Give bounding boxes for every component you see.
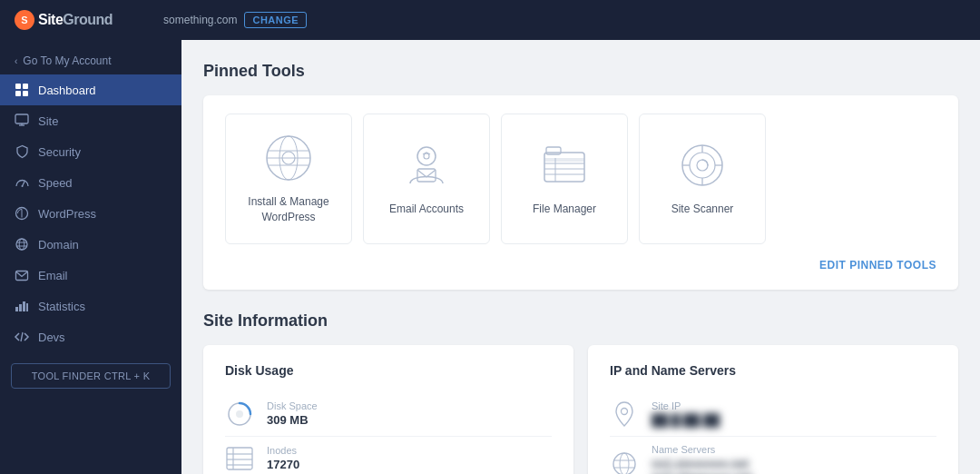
sidebar-item-label: Domain bbox=[38, 238, 79, 252]
nameservers-icon bbox=[610, 449, 639, 474]
sidebar-item-label: Dashboard bbox=[38, 84, 96, 97]
email-accounts-tool-icon bbox=[401, 140, 452, 191]
email-icon bbox=[15, 268, 29, 282]
inodes-label: Inodes bbox=[267, 445, 299, 456]
logo-icon: S bbox=[15, 10, 34, 30]
svg-rect-46 bbox=[227, 448, 252, 469]
disk-space-value: 309 MB bbox=[267, 413, 318, 427]
svg-point-8 bbox=[21, 185, 23, 187]
devs-icon bbox=[15, 330, 29, 344]
pinned-tools-section: Pinned Tools bbox=[203, 62, 958, 290]
svg-point-11 bbox=[16, 239, 27, 250]
site-ip-content: Site IP ██.█.██.██ bbox=[652, 400, 720, 427]
domain-text: something.com bbox=[163, 14, 237, 26]
svg-rect-3 bbox=[23, 91, 28, 96]
sidebar-item-site[interactable]: Site bbox=[0, 105, 181, 136]
disk-usage-title: Disk Usage bbox=[225, 363, 552, 378]
sidebar-back[interactable]: ‹ Go To My Account bbox=[0, 47, 181, 74]
domain-icon bbox=[15, 237, 29, 252]
info-grid: Disk Usage Disk Space 309 MB bbox=[203, 345, 958, 474]
tool-email-accounts[interactable]: Email Accounts bbox=[363, 114, 490, 244]
sidebar-item-devs[interactable]: Devs bbox=[0, 321, 181, 352]
svg-rect-4 bbox=[15, 114, 28, 123]
inodes-content: Inodes 17270 bbox=[267, 445, 299, 471]
site-ip-value: ██.█.██.██ bbox=[652, 413, 720, 427]
pinned-tools-title: Pinned Tools bbox=[203, 62, 958, 81]
back-arrow-icon: ‹ bbox=[15, 56, 17, 66]
svg-rect-29 bbox=[417, 169, 436, 182]
tool-label: Email Accounts bbox=[389, 202, 464, 217]
svg-point-52 bbox=[613, 453, 635, 474]
sidebar-item-label: Security bbox=[38, 145, 81, 159]
change-button[interactable]: CHANGE bbox=[244, 12, 307, 28]
dashboard-icon bbox=[15, 83, 29, 97]
inodes-row: Inodes 17270 bbox=[225, 436, 552, 474]
svg-point-45 bbox=[236, 410, 243, 418]
svg-rect-19 bbox=[26, 303, 28, 311]
site-scanner-tool-icon bbox=[677, 140, 728, 191]
domain-badge: something.com CHANGE bbox=[163, 12, 307, 28]
site-info-title: Site Information bbox=[203, 311, 958, 331]
sidebar-item-email[interactable]: Email bbox=[0, 260, 181, 291]
tool-wordpress[interactable]: Install & ManageWordPress bbox=[225, 114, 352, 244]
tool-finder-button[interactable]: TOOL FINDER CTRL + K bbox=[11, 363, 171, 389]
ip-nameservers-card: IP and Name Servers Site IP ██.█.██.██ bbox=[588, 345, 958, 474]
tool-file-manager[interactable]: File Manager bbox=[501, 114, 628, 244]
nameservers-label: Name Servers bbox=[652, 444, 752, 455]
statistics-icon bbox=[15, 299, 29, 313]
main-content: Pinned Tools bbox=[181, 40, 980, 474]
svg-point-51 bbox=[622, 408, 628, 414]
security-icon bbox=[15, 144, 29, 159]
sidebar-item-security[interactable]: Security bbox=[0, 136, 181, 167]
back-label: Go To My Account bbox=[23, 54, 111, 67]
disk-space-row: Disk Space 309 MB bbox=[225, 392, 552, 436]
wordpress-tool-icon bbox=[263, 133, 314, 183]
tools-grid: Install & ManageWordPress bbox=[225, 114, 936, 244]
disk-space-icon bbox=[225, 400, 254, 429]
layout: ‹ Go To My Account Dashboard bbox=[0, 40, 980, 474]
nameservers-row: Name Servers ns1.si●●●●●●.net ns2.siteg●… bbox=[610, 436, 936, 474]
svg-line-20 bbox=[21, 332, 23, 341]
ip-nameservers-title: IP and Name Servers bbox=[610, 363, 936, 378]
tool-label: File Manager bbox=[533, 202, 596, 217]
svg-point-28 bbox=[424, 153, 429, 159]
tool-site-scanner[interactable]: Site Scanner bbox=[639, 114, 766, 244]
sidebar-item-statistics[interactable]: Statistics bbox=[0, 291, 181, 321]
edit-pinned-area: EDIT PINNED TOOLS bbox=[225, 259, 936, 272]
svg-rect-31 bbox=[544, 158, 584, 162]
inodes-value: 17270 bbox=[267, 458, 299, 471]
logo-text: SiteGround bbox=[38, 12, 113, 28]
svg-rect-1 bbox=[23, 84, 28, 89]
sidebar-item-label: Speed bbox=[38, 176, 73, 190]
sidebar-item-speed[interactable]: Speed bbox=[0, 167, 181, 198]
svg-rect-17 bbox=[19, 304, 22, 311]
disk-space-label: Disk Space bbox=[267, 400, 318, 411]
svg-rect-36 bbox=[546, 147, 561, 154]
wordpress-icon bbox=[15, 206, 29, 221]
site-ip-row: Site IP ██.█.██.██ bbox=[610, 392, 936, 436]
edit-pinned-link[interactable]: EDIT PINNED TOOLS bbox=[819, 259, 936, 272]
sidebar: ‹ Go To My Account Dashboard bbox=[0, 40, 181, 474]
disk-space-content: Disk Space 309 MB bbox=[267, 400, 318, 427]
sidebar-item-dashboard[interactable]: Dashboard bbox=[0, 74, 181, 105]
sidebar-item-label: WordPress bbox=[38, 207, 96, 221]
svg-rect-30 bbox=[544, 153, 584, 182]
pinned-tools-card: Install & ManageWordPress bbox=[203, 95, 958, 290]
sidebar-item-wordpress[interactable]: WordPress bbox=[0, 198, 181, 229]
logo: S SiteGround bbox=[15, 10, 113, 30]
file-manager-tool-icon bbox=[539, 140, 590, 191]
site-ip-label: Site IP bbox=[652, 400, 720, 411]
header: S SiteGround something.com CHANGE bbox=[0, 0, 980, 40]
nameservers-content: Name Servers ns1.si●●●●●●.net ns2.siteg●… bbox=[652, 444, 752, 474]
svg-rect-2 bbox=[15, 91, 21, 96]
sidebar-item-label: Devs bbox=[38, 331, 65, 344]
disk-usage-card: Disk Usage Disk Space 309 MB bbox=[203, 345, 573, 474]
tool-label: Install & ManageWordPress bbox=[248, 194, 328, 225]
svg-rect-18 bbox=[23, 301, 25, 311]
sidebar-item-domain[interactable]: Domain bbox=[0, 229, 181, 260]
sidebar-item-label: Site bbox=[38, 114, 58, 128]
speed-icon bbox=[15, 175, 29, 190]
site-ip-icon bbox=[610, 400, 639, 429]
ns1-value: ns1.si●●●●●●.net bbox=[652, 457, 752, 470]
svg-point-27 bbox=[417, 147, 436, 165]
